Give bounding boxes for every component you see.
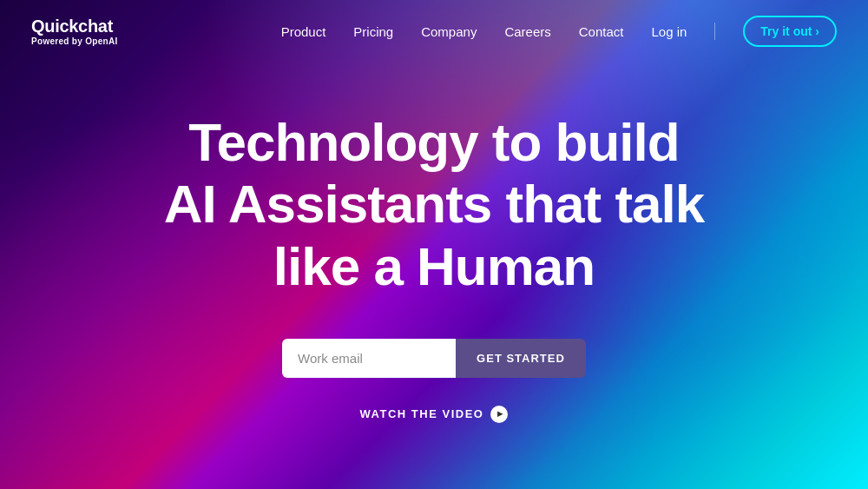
nav-careers[interactable]: Careers xyxy=(504,24,550,39)
watch-video-link[interactable]: WATCH THE VIDEO xyxy=(360,406,509,423)
hero-section: Quickchat Powered by OpenAI Product Pric… xyxy=(0,0,868,489)
play-icon xyxy=(490,406,508,423)
nav-contact[interactable]: Contact xyxy=(579,24,624,39)
hero-content: Technology to build AI Assistants that t… xyxy=(164,45,704,489)
nav-company[interactable]: Company xyxy=(421,24,477,39)
nav-pricing[interactable]: Pricing xyxy=(353,24,393,39)
get-started-button[interactable]: GET STARTED xyxy=(456,339,586,378)
brand-subtitle: Powered by OpenAI xyxy=(31,36,118,46)
nav-links: Product Pricing Company Careers Contact … xyxy=(281,16,837,47)
nav-divider xyxy=(714,23,715,40)
brand-name: Quickchat xyxy=(31,17,118,36)
email-input[interactable] xyxy=(282,339,456,378)
email-form: GET STARTED xyxy=(282,339,586,378)
logo: Quickchat Powered by OpenAI xyxy=(31,17,118,46)
try-it-out-button[interactable]: Try it out › xyxy=(743,16,837,47)
nav-login[interactable]: Log in xyxy=(651,24,687,39)
nav-product[interactable]: Product xyxy=(281,24,326,39)
hero-title: Technology to build AI Assistants that t… xyxy=(164,111,704,297)
